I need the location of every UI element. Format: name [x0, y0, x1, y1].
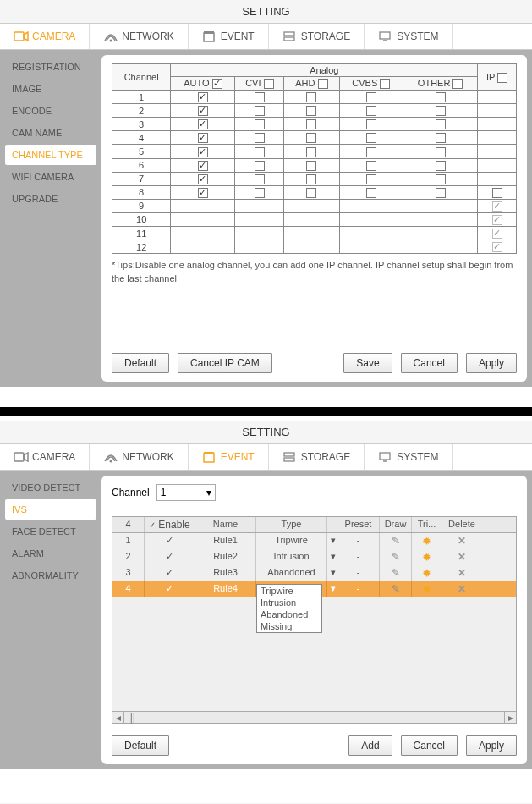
- ahd-header-checkbox[interactable]: [318, 79, 328, 89]
- checkbox[interactable]: [306, 106, 316, 116]
- checkbox[interactable]: [198, 174, 208, 184]
- apply-button[interactable]: Apply: [466, 353, 517, 373]
- delete-button[interactable]: ✕: [442, 581, 481, 597]
- checkbox[interactable]: [198, 133, 208, 143]
- tab-network[interactable]: NETWORK: [90, 24, 188, 49]
- apply-button[interactable]: Apply: [466, 735, 517, 756]
- dropdown-option[interactable]: Abandoned: [257, 609, 321, 620]
- checkbox[interactable]: [366, 92, 376, 102]
- rule-type-dropdown-icon[interactable]: ▾: [327, 581, 337, 597]
- checkbox[interactable]: [366, 147, 376, 157]
- checkbox[interactable]: [492, 188, 502, 198]
- checkbox[interactable]: [255, 147, 265, 157]
- rule-enable-checkbox[interactable]: ✓: [145, 581, 195, 597]
- checkbox[interactable]: [255, 92, 265, 102]
- checkbox[interactable]: [436, 119, 446, 129]
- checkbox[interactable]: [366, 133, 376, 143]
- checkbox[interactable]: [306, 188, 316, 198]
- checkbox[interactable]: [436, 92, 446, 102]
- checkbox[interactable]: [306, 92, 316, 102]
- checkbox[interactable]: [255, 119, 265, 129]
- tab-event[interactable]: EVENT: [189, 444, 269, 470]
- scroll-track[interactable]: ||: [124, 712, 504, 724]
- sidebar-item-face-detect[interactable]: FACE DETECT: [5, 521, 96, 542]
- checkbox[interactable]: [366, 106, 376, 116]
- sidebar-item-ivs[interactable]: IVS: [5, 499, 96, 520]
- tab-storage[interactable]: STORAGE: [269, 444, 365, 470]
- checkbox[interactable]: [306, 147, 316, 157]
- other-header-checkbox[interactable]: [452, 79, 463, 89]
- tab-system[interactable]: SYSTEM: [365, 24, 452, 49]
- checkbox[interactable]: [198, 188, 208, 198]
- default-button[interactable]: Default: [112, 735, 169, 756]
- checkbox[interactable]: [492, 229, 502, 239]
- dropdown-option[interactable]: Tripwire: [257, 585, 321, 597]
- tab-network[interactable]: NETWORK: [90, 444, 188, 470]
- checkbox[interactable]: [306, 119, 316, 129]
- checkbox[interactable]: [198, 119, 208, 129]
- trigger-button[interactable]: ✹: [412, 581, 442, 597]
- trigger-button[interactable]: ✹: [412, 565, 442, 581]
- rule-row[interactable]: 3✓Rule3Abandoned▾-✎✹✕: [112, 565, 516, 581]
- delete-button[interactable]: ✕: [442, 549, 481, 565]
- tab-storage[interactable]: STORAGE: [269, 24, 365, 49]
- sidebar-item-video-detect[interactable]: VIDEO DETECT: [5, 477, 96, 498]
- trigger-button[interactable]: ✹: [412, 533, 442, 549]
- rule-enable-checkbox[interactable]: ✓: [145, 565, 195, 581]
- tab-system[interactable]: SYSTEM: [365, 444, 452, 470]
- default-button[interactable]: Default: [112, 353, 169, 373]
- checkbox[interactable]: [366, 161, 376, 171]
- checkbox[interactable]: [436, 106, 446, 116]
- cancel-button[interactable]: Cancel: [401, 353, 458, 373]
- draw-button[interactable]: ✎: [380, 581, 412, 597]
- draw-button[interactable]: ✎: [380, 533, 412, 549]
- sidebar-item-wifi-camera[interactable]: WIFI CAMERA: [5, 167, 96, 187]
- checkbox[interactable]: [255, 188, 265, 198]
- checkbox[interactable]: [436, 147, 446, 157]
- checkbox[interactable]: [436, 174, 446, 184]
- dropdown-option[interactable]: Intrusion: [257, 597, 321, 609]
- delete-button[interactable]: ✕: [442, 533, 481, 549]
- checkbox[interactable]: [198, 147, 208, 157]
- rule-enable-checkbox[interactable]: ✓: [145, 549, 195, 565]
- checkbox[interactable]: [436, 133, 446, 143]
- checkbox[interactable]: [366, 119, 376, 129]
- checkbox[interactable]: [255, 133, 265, 143]
- sidebar-item-encode[interactable]: ENCODE: [5, 101, 96, 121]
- add-button[interactable]: Add: [348, 735, 392, 756]
- checkbox[interactable]: [436, 161, 446, 171]
- save-button[interactable]: Save: [343, 353, 392, 373]
- checkbox[interactable]: [492, 201, 502, 212]
- checkbox[interactable]: [306, 161, 316, 171]
- rule-type-dropdown-icon[interactable]: ▾: [327, 549, 337, 565]
- rule-row[interactable]: 2✓Rule2Intrusion▾-✎✹✕: [112, 549, 516, 565]
- checkbox[interactable]: [198, 106, 208, 116]
- rule-type-dropdown-icon[interactable]: ▾: [327, 565, 337, 581]
- draw-button[interactable]: ✎: [380, 549, 412, 565]
- tab-camera[interactable]: CAMERA: [0, 24, 90, 49]
- sidebar-item-channel-type[interactable]: CHANNEL TYPE: [5, 145, 96, 165]
- tab-event[interactable]: EVENT: [189, 24, 269, 49]
- cvi-header-checkbox[interactable]: [264, 79, 274, 89]
- trigger-button[interactable]: ✹: [412, 549, 442, 565]
- checkbox[interactable]: [198, 92, 208, 102]
- sidebar-item-image[interactable]: IMAGE: [5, 79, 96, 99]
- sidebar-item-registration[interactable]: REGISTRATION: [5, 57, 96, 77]
- sidebar-item-cam-name[interactable]: CAM NAME: [5, 123, 96, 143]
- checkbox[interactable]: [492, 242, 502, 252]
- scroll-right-icon[interactable]: ▸: [504, 712, 516, 724]
- checkbox[interactable]: [306, 174, 316, 184]
- channel-select[interactable]: 1 ▾: [156, 484, 216, 501]
- tab-camera[interactable]: CAMERA: [0, 444, 90, 470]
- checkbox[interactable]: [366, 174, 376, 184]
- draw-button[interactable]: ✎: [380, 565, 412, 581]
- auto-header-checkbox[interactable]: [212, 79, 222, 89]
- checkbox[interactable]: [255, 106, 265, 116]
- checkbox[interactable]: [255, 161, 265, 171]
- rule-row[interactable]: 1✓Rule1Tripwire▾-✎✹✕: [112, 533, 516, 549]
- sidebar-item-abnormality[interactable]: ABNORMALITY: [5, 565, 96, 586]
- rule-type-dropdown-icon[interactable]: ▾: [327, 533, 337, 549]
- ip-header-checkbox[interactable]: [497, 73, 507, 83]
- horizontal-scrollbar[interactable]: ◂ || ▸: [112, 711, 516, 723]
- cvbs-header-checkbox[interactable]: [380, 79, 390, 89]
